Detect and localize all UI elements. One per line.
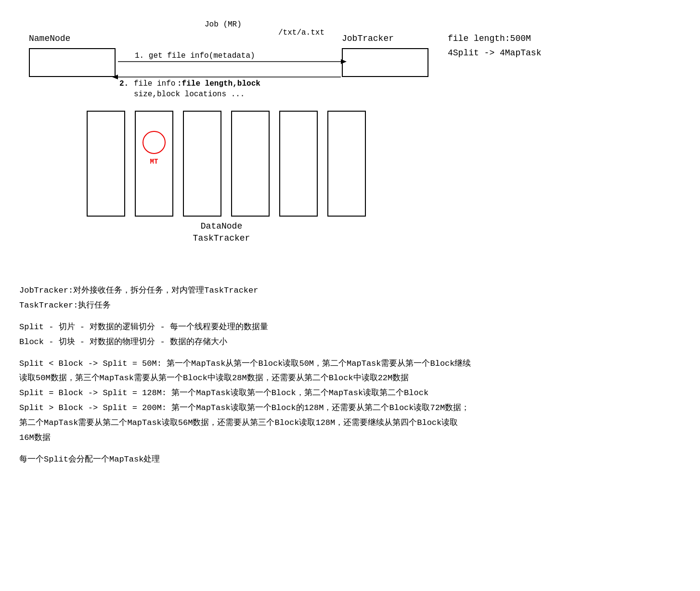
svg-text::file length,block: :file length,block (177, 79, 260, 88)
namenode-label: NameNode (29, 34, 70, 43)
case1-line2: 读取50M数据，第三个MapTask需要从第一个Block中读取28M数据，还需… (19, 372, 681, 385)
datanode-box-4 (231, 111, 270, 217)
case3-line1: Split > Block -> Split = 200M: 第一个MapTas… (19, 401, 681, 415)
namenode-box (29, 48, 116, 77)
tasktracker-title: TaskTracker (87, 233, 356, 243)
svg-text:file info: file info (134, 79, 175, 88)
diagram-area: Job (MR) /txt/a.txt 1. get file info(met… (14, 10, 686, 279)
case2-line: Split = Block -> Split = 128M: 第一个MapTas… (19, 386, 681, 400)
tt-desc-line: TaskTracker:执行任务 (19, 299, 681, 313)
datanode-box-2: MT (135, 111, 173, 217)
mt-text: MT (150, 158, 158, 166)
datanode-title: DataNode (87, 221, 356, 231)
datanode-box-5 (279, 111, 318, 217)
datanode-box-3 (183, 111, 221, 217)
svg-text:1. get file info(metadata): 1. get file info(metadata) (135, 51, 255, 60)
split-label: 4Split -> 4MapTask (448, 48, 541, 58)
svg-text:2.: 2. (119, 79, 129, 88)
case3-line3: 16M数据 (19, 431, 681, 445)
split-def-line: Split - 切片 - 对数据的逻辑切分 - 每一个线程要处理的数据量 (19, 321, 681, 334)
jobtracker-box (342, 48, 428, 77)
mt-circle (143, 131, 166, 154)
svg-text:Job (MR): Job (MR) (205, 20, 242, 29)
text-content: JobTracker:对外接收任务，拆分任务，对内管理TaskTracker T… (14, 284, 686, 467)
fileinfo-label: file length:500M (448, 34, 531, 43)
jobtracker-label: JobTracker (342, 34, 394, 43)
datanodes-row: MT (87, 111, 366, 217)
svg-text:size,block locations ...: size,block locations ... (134, 90, 245, 99)
block-def-line: Block - 切块 - 对数据的物理切分 - 数据的存储大小 (19, 335, 681, 349)
svg-text:/txt/a.txt: /txt/a.txt (278, 28, 324, 37)
jt-desc-line: JobTracker:对外接收任务，拆分任务，对内管理TaskTracker (19, 284, 681, 298)
summary-line: 每一个Split会分配一个MapTask处理 (19, 453, 681, 467)
case1-line1: Split < Block -> Split = 50M: 第一个MapTask… (19, 357, 681, 371)
datanode-box-6 (327, 111, 366, 217)
case3-line2: 第二个MapTask需要从第二个MapTask读取56M数据，还需要从第三个Bl… (19, 416, 681, 430)
datanode-box-1 (87, 111, 125, 217)
